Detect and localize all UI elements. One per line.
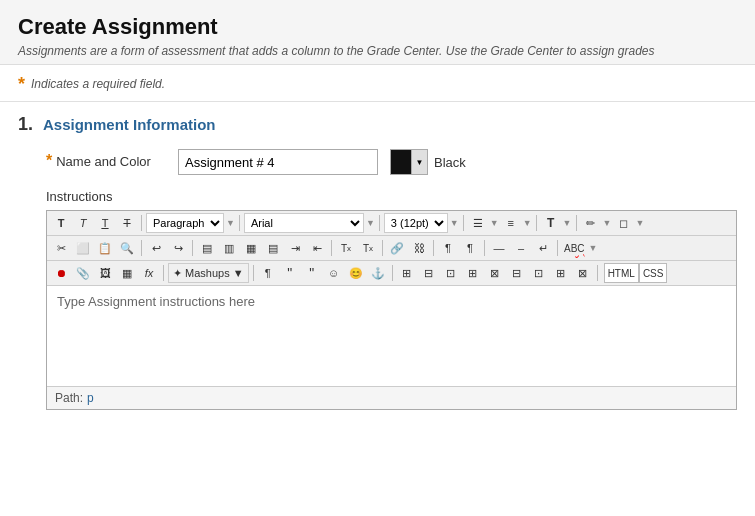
- page-title: Create Assignment: [18, 14, 737, 40]
- chevron-font-icon: ▼: [366, 218, 375, 228]
- html-button[interactable]: HTML: [604, 263, 639, 283]
- page-subtitle: Assignments are a form of assessment tha…: [18, 44, 737, 58]
- required-asterisk: *: [18, 75, 25, 93]
- table-border-button[interactable]: ⊞: [551, 263, 571, 283]
- table-split-button[interactable]: ⊠: [485, 263, 505, 283]
- required-notice-text: Indicates a required field.: [31, 77, 165, 91]
- paste-button[interactable]: 📋: [95, 238, 115, 258]
- css-button[interactable]: CSS: [639, 263, 668, 283]
- toolbar-row-1: T T T T Paragraph Heading 1 Heading 2 ▼ …: [47, 211, 736, 236]
- link-button[interactable]: 🔗: [387, 238, 407, 258]
- chevron-tcolor-icon: ▼: [563, 218, 572, 228]
- ordered-list-button[interactable]: ≡: [501, 213, 521, 233]
- dash-button[interactable]: –: [511, 238, 531, 258]
- instructions-section: Instructions T T T T Paragraph Heading 1…: [46, 189, 737, 410]
- toolbar-sep-5: [536, 215, 537, 231]
- align-center-button[interactable]: ▥: [219, 238, 239, 258]
- rich-text-editor: T T T T Paragraph Heading 1 Heading 2 ▼ …: [46, 210, 737, 410]
- name-color-label: * Name and Color: [46, 149, 166, 169]
- pencil-button[interactable]: ✏: [581, 213, 601, 233]
- table-merge-button[interactable]: ⊞: [463, 263, 483, 283]
- copy-button[interactable]: ⬜: [73, 238, 93, 258]
- media-button[interactable]: ▦: [117, 263, 137, 283]
- toolbar-sep-14: [163, 265, 164, 281]
- editor-placeholder-text: Type Assignment instructions here: [57, 294, 255, 309]
- chevron-paragraph-icon: ▼: [226, 218, 235, 228]
- toolbar-sep-3: [379, 215, 380, 231]
- undo-button[interactable]: ↩: [146, 238, 166, 258]
- name-color-row: * Name and Color ▼ Black: [46, 149, 737, 175]
- strikethrough-button[interactable]: T: [117, 213, 137, 233]
- emoji2-button[interactable]: 😊: [346, 263, 366, 283]
- chevron-ulist-icon: ▼: [490, 218, 499, 228]
- image-button[interactable]: 🖼: [95, 263, 115, 283]
- toolbar-sep-15: [253, 265, 254, 281]
- toolbar-sep-7: [141, 240, 142, 256]
- toolbar-sep-12: [484, 240, 485, 256]
- record-button[interactable]: ⏺: [51, 263, 71, 283]
- assignment-name-input[interactable]: [178, 149, 378, 175]
- chevron-spell-icon: ▼: [589, 243, 598, 253]
- table-opts-button[interactable]: ⊡: [529, 263, 549, 283]
- attachment-button[interactable]: 📎: [73, 263, 93, 283]
- toolbar-sep-13: [557, 240, 558, 256]
- pilcrow-button[interactable]: ¶: [460, 238, 480, 258]
- outdent-button[interactable]: ⇤: [307, 238, 327, 258]
- chevron-olist-icon: ▼: [523, 218, 532, 228]
- linebreak-button[interactable]: ↵: [533, 238, 553, 258]
- section-1: 1. Assignment Information * Name and Col…: [0, 102, 755, 422]
- table-row-button[interactable]: ⊟: [419, 263, 439, 283]
- mashups-button[interactable]: ✦ Mashups ▼: [168, 263, 249, 283]
- bold-button[interactable]: T: [51, 213, 71, 233]
- font-size-select[interactable]: 3 (12pt) 1 (8pt) 2 (10pt) 4 (14pt): [384, 213, 448, 233]
- italic-button[interactable]: T: [73, 213, 93, 233]
- table-bg-button[interactable]: ⊠: [573, 263, 593, 283]
- anchor-button[interactable]: ⚓: [368, 263, 388, 283]
- name-label-text: Name and Color: [56, 154, 151, 169]
- font-family-select[interactable]: Arial Times New Roman Courier New: [244, 213, 364, 233]
- align-right-button[interactable]: ▦: [241, 238, 261, 258]
- justify-button[interactable]: ▤: [263, 238, 283, 258]
- align-left-button[interactable]: ▤: [197, 238, 217, 258]
- superscript-button[interactable]: Tx: [336, 238, 356, 258]
- spellcheck-button[interactable]: ABC: [562, 238, 587, 258]
- text-color-button[interactable]: T: [541, 213, 561, 233]
- toolbar-sep-8: [192, 240, 193, 256]
- paragraph-mark-button[interactable]: ¶: [438, 238, 458, 258]
- name-required-asterisk: *: [46, 153, 52, 169]
- redo-button[interactable]: ↪: [168, 238, 188, 258]
- section-1-number: 1.: [18, 114, 33, 135]
- color-swatch-button[interactable]: ▼: [390, 149, 428, 175]
- path-link[interactable]: p: [87, 391, 94, 405]
- unlink-button[interactable]: ⛓: [409, 238, 429, 258]
- toolbar-sep-6: [576, 215, 577, 231]
- chevron-pencil-icon: ▼: [603, 218, 612, 228]
- toolbar-sep-16: [392, 265, 393, 281]
- color-dropdown-arrow-icon: ▼: [411, 150, 427, 174]
- table-col-button[interactable]: ⊡: [441, 263, 461, 283]
- subscript-button[interactable]: Tx: [358, 238, 378, 258]
- unordered-list-button[interactable]: ☰: [468, 213, 488, 233]
- cut-button[interactable]: ✂: [51, 238, 71, 258]
- hr-button[interactable]: —: [489, 238, 509, 258]
- smiley-button[interactable]: ☺: [324, 263, 344, 283]
- quote-button[interactable]: ": [280, 263, 300, 283]
- chevron-size-icon: ▼: [450, 218, 459, 228]
- underline-button[interactable]: T: [95, 213, 115, 233]
- search-button[interactable]: 🔍: [117, 238, 137, 258]
- chevron-eraser-icon: ▼: [635, 218, 644, 228]
- pilcrow2-button[interactable]: ¶: [258, 263, 278, 283]
- eraser-button[interactable]: ◻: [613, 213, 633, 233]
- toolbar-sep-11: [433, 240, 434, 256]
- editor-content-area[interactable]: Type Assignment instructions here: [47, 286, 736, 386]
- table-delete-button[interactable]: ⊟: [507, 263, 527, 283]
- toolbar-row-2: ✂ ⬜ 📋 🔍 ↩ ↪ ▤ ▥ ▦ ▤ ⇥ ⇤ Tx Tx 🔗 ⛓: [47, 236, 736, 261]
- indent-button[interactable]: ⇥: [285, 238, 305, 258]
- table-button[interactable]: ⊞: [397, 263, 417, 283]
- quote2-button[interactable]: ": [302, 263, 322, 283]
- formula-button[interactable]: fx: [139, 263, 159, 283]
- paragraph-style-select[interactable]: Paragraph Heading 1 Heading 2: [146, 213, 224, 233]
- toolbar-sep-1: [141, 215, 142, 231]
- toolbar-sep-2: [239, 215, 240, 231]
- color-label-text: Black: [434, 155, 466, 170]
